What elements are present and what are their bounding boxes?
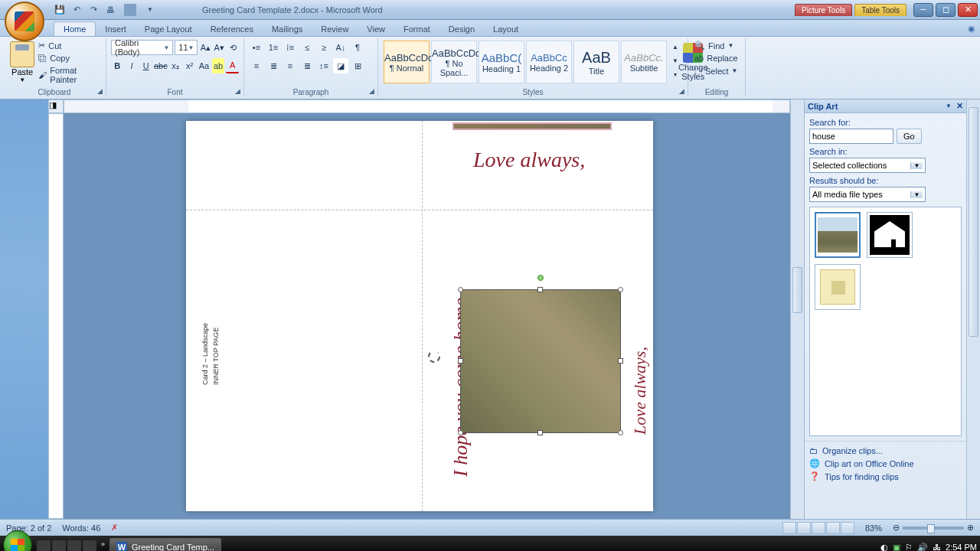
quick-launch-2[interactable] <box>52 540 66 551</box>
style-subtitle[interactable]: AaBbCc.Subtitle <box>621 41 667 83</box>
tab-layout[interactable]: Layout <box>484 22 528 36</box>
zoom-percent[interactable]: 83% <box>865 523 882 533</box>
clear-format-icon[interactable]: ⟲ <box>227 40 239 55</box>
organize-link[interactable]: 🗀Organize clips... <box>809 445 962 457</box>
clipboard-launcher[interactable]: ◢ <box>95 86 104 96</box>
superscript-button[interactable]: x² <box>183 58 196 73</box>
style-normal[interactable]: AaBbCcDc¶ Normal <box>384 41 430 83</box>
shading-button[interactable]: ◪ <box>333 58 348 73</box>
replace-button[interactable]: abReplace <box>693 53 740 64</box>
tray-icon-3[interactable]: ⚐ <box>905 543 913 552</box>
style-heading-1[interactable]: AaBbC(Heading 1 <box>479 41 524 83</box>
selected-image[interactable] <box>460 289 621 433</box>
pane-close-icon[interactable]: ✕ <box>956 101 963 111</box>
cut-button[interactable]: ✂Cut <box>37 40 101 51</box>
handle-l[interactable] <box>458 358 463 364</box>
clock[interactable]: 2:54 PM <box>946 543 977 551</box>
document-page[interactable]: Love always, I hope you come home Love a… <box>186 121 653 511</box>
font-color-button[interactable]: A <box>226 58 239 73</box>
handle-tr[interactable] <box>618 287 623 292</box>
strike-button[interactable]: abc <box>154 58 168 73</box>
help-icon[interactable]: ◉ <box>963 21 980 36</box>
table-tools-tab[interactable]: Table Tools <box>854 4 906 16</box>
tray-icon-2[interactable]: ▣ <box>893 543 900 552</box>
result-2[interactable] <box>867 212 913 258</box>
zoom-out-button[interactable]: ⊖ <box>893 523 900 533</box>
maximize-button[interactable]: ◻ <box>936 3 956 17</box>
handle-t[interactable] <box>537 287 543 292</box>
zoom-slider[interactable] <box>903 527 964 530</box>
taskbar-word[interactable]: W Greeting Card Temp... <box>109 538 221 551</box>
document-area[interactable]: Love always, I hope you come home Love a… <box>64 113 790 519</box>
go-button[interactable]: Go <box>897 129 922 144</box>
save-icon[interactable]: 💾 <box>54 4 66 16</box>
tab-home[interactable]: Home <box>54 21 96 36</box>
select-button[interactable]: ⬚Select▼ <box>693 65 740 77</box>
grow-font-icon[interactable]: A▴ <box>199 40 211 55</box>
redo-icon[interactable]: ↷ <box>87 4 100 16</box>
handle-bl[interactable] <box>458 430 463 435</box>
tray-volume-icon[interactable]: 🔊 <box>917 543 928 552</box>
line-spacing-button[interactable]: ↕≡ <box>316 58 332 73</box>
love-text-2[interactable]: Love always, <box>630 347 650 435</box>
bold-button[interactable]: B <box>111 58 124 73</box>
tray-icon-1[interactable]: ◐ <box>880 543 888 552</box>
tab-format[interactable]: Format <box>394 22 439 36</box>
font-launcher[interactable]: ◢ <box>233 86 242 96</box>
subscript-button[interactable]: x₂ <box>169 58 182 73</box>
office-online-link[interactable]: 🌐Clip art on Office Online <box>809 457 962 470</box>
search-input[interactable] <box>809 129 893 144</box>
outline-view[interactable] <box>826 522 840 534</box>
clipart-pane-header[interactable]: Clip Art ▼ ✕ <box>805 99 966 113</box>
horizontal-ruler[interactable] <box>64 99 790 113</box>
tab-design[interactable]: Design <box>439 22 484 36</box>
picture-tools-tab[interactable]: Picture Tools <box>795 4 852 16</box>
web-layout-view[interactable] <box>812 522 825 534</box>
spell-icon[interactable]: ✗ <box>111 523 118 533</box>
tray-network-icon[interactable]: 🖧 <box>933 543 941 551</box>
qat-dropdown-icon[interactable]: ▼ <box>144 4 156 16</box>
highlight-button[interactable]: ab <box>212 58 225 73</box>
style-heading-2[interactable]: AaBbCcHeading 2 <box>526 41 572 83</box>
sort-button[interactable]: A↓ <box>333 40 348 55</box>
align-left-button[interactable]: ≡ <box>249 58 264 73</box>
font-size-combo[interactable]: 11▼ <box>175 40 198 55</box>
quick-launch-3[interactable] <box>67 540 81 551</box>
office-button[interactable] <box>5 2 44 41</box>
tab-review[interactable]: Review <box>312 22 358 36</box>
pane-scroll-thumb[interactable] <box>969 107 978 337</box>
undo-icon[interactable]: ↶ <box>70 4 83 16</box>
bullets-button[interactable]: •≡ <box>249 40 264 55</box>
align-right-button[interactable]: ≡ <box>283 58 298 73</box>
underline-button[interactable]: U <box>139 58 152 73</box>
format-painter-button[interactable]: 🖌Format Painter <box>37 65 101 85</box>
italic-button[interactable]: I <box>126 58 139 73</box>
tab-references[interactable]: References <box>201 22 263 36</box>
justify-button[interactable]: ≣ <box>299 58 315 73</box>
full-screen-view[interactable] <box>797 522 811 534</box>
handle-r[interactable] <box>618 358 623 364</box>
vertical-scrollbar[interactable] <box>790 99 804 519</box>
numbering-button[interactable]: 1≡ <box>266 40 281 55</box>
change-case-button[interactable]: Aa <box>198 58 211 73</box>
show-marks-button[interactable]: ¶ <box>350 40 365 55</box>
borders-button[interactable]: ⊞ <box>350 58 365 73</box>
quick-launch-1[interactable] <box>37 540 51 551</box>
result-3[interactable] <box>815 264 861 310</box>
close-button[interactable]: ✕ <box>958 3 978 17</box>
results-combo[interactable]: All media file types▼ <box>809 187 926 202</box>
print-icon[interactable]: 🖶 <box>104 4 116 16</box>
minimize-button[interactable]: ─ <box>913 3 933 17</box>
align-center-button[interactable]: ≣ <box>266 58 281 73</box>
multilevel-button[interactable]: ⁞≡ <box>283 40 298 55</box>
shrink-font-icon[interactable]: A▾ <box>213 40 225 55</box>
draft-view[interactable] <box>841 522 854 534</box>
tab-page-layout[interactable]: Page Layout <box>136 22 201 36</box>
style-no-spacing[interactable]: AaBbCcDc¶ No Spaci... <box>431 41 477 83</box>
tips-link[interactable]: ❓Tips for finding clips <box>809 470 962 483</box>
zoom-in-button[interactable]: ⊕ <box>967 523 974 533</box>
font-name-combo[interactable]: Calibri (Body)▼ <box>111 40 173 55</box>
scrollbar-thumb[interactable] <box>792 267 802 313</box>
indent-right-button[interactable]: ≥ <box>316 40 332 55</box>
style-title[interactable]: AaBTitle <box>573 41 619 83</box>
